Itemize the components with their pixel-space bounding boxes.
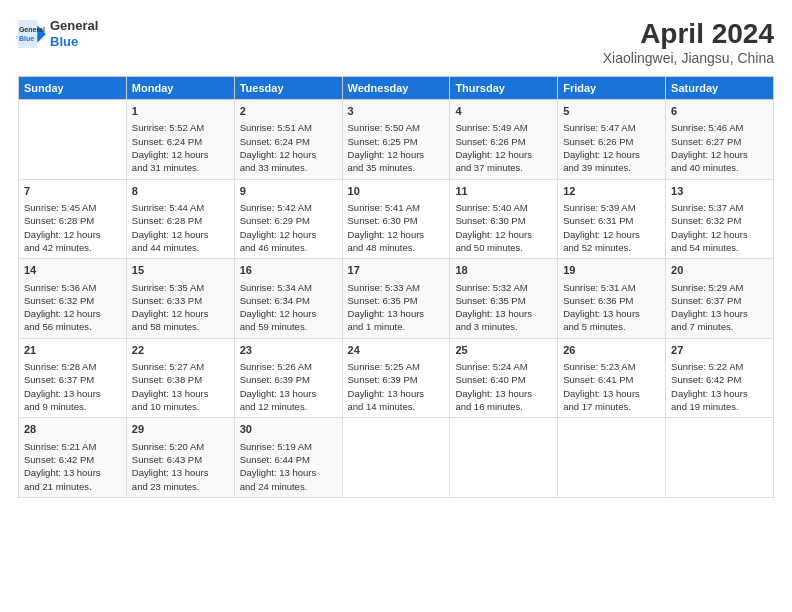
day-info-line: Sunset: 6:28 PM (132, 214, 229, 227)
day-info-line: and 46 minutes. (240, 241, 337, 254)
day-number: 16 (240, 263, 337, 278)
day-info-line: Daylight: 12 hours (240, 307, 337, 320)
day-info-line: Daylight: 13 hours (455, 387, 552, 400)
day-number: 20 (671, 263, 768, 278)
day-info-line: Sunrise: 5:29 AM (671, 281, 768, 294)
day-info-line: and 24 minutes. (240, 480, 337, 493)
day-info-line: and 14 minutes. (348, 400, 445, 413)
day-info-line: Daylight: 12 hours (455, 228, 552, 241)
day-info-line: Daylight: 12 hours (671, 148, 768, 161)
day-info-line: Sunset: 6:29 PM (240, 214, 337, 227)
day-info-line: Sunset: 6:37 PM (671, 294, 768, 307)
logo-name: GeneralBlue (50, 18, 98, 49)
day-info-line: Sunset: 6:24 PM (132, 135, 229, 148)
day-number: 6 (671, 104, 768, 119)
day-info-line: Sunrise: 5:23 AM (563, 360, 660, 373)
calendar-row-0: 1Sunrise: 5:52 AMSunset: 6:24 PMDaylight… (19, 100, 774, 180)
day-info-line: Sunset: 6:44 PM (240, 453, 337, 466)
calendar-cell (666, 418, 774, 498)
day-info-line: Sunrise: 5:36 AM (24, 281, 121, 294)
day-info-line: Sunrise: 5:31 AM (563, 281, 660, 294)
day-info-line: Sunrise: 5:51 AM (240, 121, 337, 134)
day-number: 14 (24, 263, 121, 278)
day-number: 19 (563, 263, 660, 278)
day-info-line: Daylight: 12 hours (240, 148, 337, 161)
day-number: 10 (348, 184, 445, 199)
calendar-cell: 6Sunrise: 5:46 AMSunset: 6:27 PMDaylight… (666, 100, 774, 180)
day-info-line: and 33 minutes. (240, 161, 337, 174)
day-info-line: Daylight: 12 hours (24, 307, 121, 320)
calendar-cell: 9Sunrise: 5:42 AMSunset: 6:29 PMDaylight… (234, 179, 342, 259)
page: General Blue GeneralBlue April 2024 Xiao… (0, 0, 792, 612)
day-number: 22 (132, 343, 229, 358)
title-block: April 2024 Xiaolingwei, Jiangsu, China (603, 18, 774, 66)
day-info-line: and 9 minutes. (24, 400, 121, 413)
calendar-cell: 12Sunrise: 5:39 AMSunset: 6:31 PMDayligh… (558, 179, 666, 259)
day-info-line: Daylight: 13 hours (132, 466, 229, 479)
day-info-line: and 50 minutes. (455, 241, 552, 254)
calendar-cell: 4Sunrise: 5:49 AMSunset: 6:26 PMDaylight… (450, 100, 558, 180)
day-info-line: and 40 minutes. (671, 161, 768, 174)
day-info-line: Sunrise: 5:44 AM (132, 201, 229, 214)
calendar-cell: 29Sunrise: 5:20 AMSunset: 6:43 PMDayligh… (126, 418, 234, 498)
day-info-line: Daylight: 13 hours (671, 307, 768, 320)
header: General Blue GeneralBlue April 2024 Xiao… (18, 18, 774, 66)
day-info-line: Daylight: 13 hours (671, 387, 768, 400)
day-info-line: Sunset: 6:40 PM (455, 373, 552, 386)
day-info-line: and 59 minutes. (240, 320, 337, 333)
day-info-line: Daylight: 12 hours (348, 148, 445, 161)
day-info-line: Sunrise: 5:46 AM (671, 121, 768, 134)
day-info-line: Sunset: 6:32 PM (24, 294, 121, 307)
calendar-table: SundayMondayTuesdayWednesdayThursdayFrid… (18, 76, 774, 498)
day-info-line: Sunset: 6:27 PM (671, 135, 768, 148)
calendar-cell (450, 418, 558, 498)
calendar-cell: 11Sunrise: 5:40 AMSunset: 6:30 PMDayligh… (450, 179, 558, 259)
calendar-cell: 21Sunrise: 5:28 AMSunset: 6:37 PMDayligh… (19, 338, 127, 418)
day-info-line: and 48 minutes. (348, 241, 445, 254)
day-info-line: Sunrise: 5:39 AM (563, 201, 660, 214)
day-info-line: Sunrise: 5:47 AM (563, 121, 660, 134)
calendar-cell (19, 100, 127, 180)
calendar-cell: 13Sunrise: 5:37 AMSunset: 6:32 PMDayligh… (666, 179, 774, 259)
day-number: 18 (455, 263, 552, 278)
day-info-line: and 56 minutes. (24, 320, 121, 333)
day-number: 25 (455, 343, 552, 358)
day-number: 9 (240, 184, 337, 199)
day-info-line: Sunrise: 5:34 AM (240, 281, 337, 294)
day-info-line: Sunset: 6:42 PM (671, 373, 768, 386)
day-number: 8 (132, 184, 229, 199)
day-info-line: Sunrise: 5:33 AM (348, 281, 445, 294)
day-info-line: Sunset: 6:39 PM (240, 373, 337, 386)
day-info-line: Sunset: 6:37 PM (24, 373, 121, 386)
svg-text:Blue: Blue (19, 35, 34, 42)
day-info-line: Sunrise: 5:19 AM (240, 440, 337, 453)
col-header-monday: Monday (126, 77, 234, 100)
day-number: 30 (240, 422, 337, 437)
day-info-line: Sunrise: 5:35 AM (132, 281, 229, 294)
day-number: 21 (24, 343, 121, 358)
calendar-cell: 5Sunrise: 5:47 AMSunset: 6:26 PMDaylight… (558, 100, 666, 180)
day-info-line: and 10 minutes. (132, 400, 229, 413)
calendar-row-4: 28Sunrise: 5:21 AMSunset: 6:42 PMDayligh… (19, 418, 774, 498)
day-number: 11 (455, 184, 552, 199)
day-info-line: Sunset: 6:41 PM (563, 373, 660, 386)
day-number: 2 (240, 104, 337, 119)
day-info-line: and 17 minutes. (563, 400, 660, 413)
col-header-tuesday: Tuesday (234, 77, 342, 100)
calendar-cell: 10Sunrise: 5:41 AMSunset: 6:30 PMDayligh… (342, 179, 450, 259)
day-info-line: and 23 minutes. (132, 480, 229, 493)
day-info-line: Sunset: 6:24 PM (240, 135, 337, 148)
day-info-line: Daylight: 13 hours (455, 307, 552, 320)
day-info-line: Sunset: 6:35 PM (348, 294, 445, 307)
day-info-line: Sunrise: 5:45 AM (24, 201, 121, 214)
calendar-cell: 2Sunrise: 5:51 AMSunset: 6:24 PMDaylight… (234, 100, 342, 180)
day-info-line: Sunrise: 5:20 AM (132, 440, 229, 453)
day-info-line: Sunrise: 5:21 AM (24, 440, 121, 453)
day-info-line: Sunrise: 5:40 AM (455, 201, 552, 214)
day-number: 24 (348, 343, 445, 358)
day-info-line: Sunset: 6:25 PM (348, 135, 445, 148)
main-title: April 2024 (603, 18, 774, 50)
day-info-line: and 21 minutes. (24, 480, 121, 493)
day-number: 26 (563, 343, 660, 358)
calendar-cell: 14Sunrise: 5:36 AMSunset: 6:32 PMDayligh… (19, 259, 127, 339)
